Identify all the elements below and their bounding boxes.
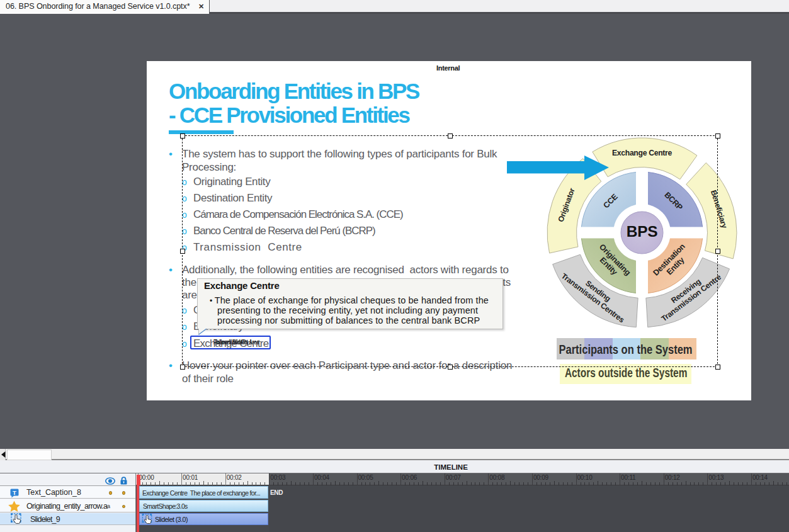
svg-text:T: T: [13, 489, 16, 496]
